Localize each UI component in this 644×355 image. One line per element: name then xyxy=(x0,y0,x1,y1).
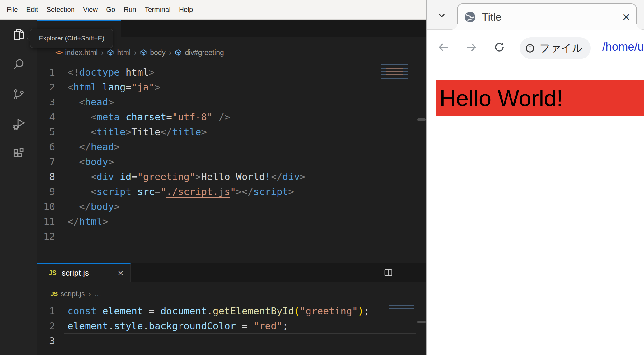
code-line-4[interactable]: 4 <meta charset="utf-8" /> xyxy=(37,109,416,124)
line-number: 1 xyxy=(37,65,55,80)
code-line-2[interactable]: 2<html lang="ja"> xyxy=(37,80,416,95)
breadcrumb-item[interactable]: html xyxy=(117,48,130,57)
html-code-editor[interactable]: 1<!doctype html>2<html lang="ja">3 <head… xyxy=(37,65,416,244)
line-number: 3 xyxy=(37,95,55,109)
minimap[interactable] xyxy=(389,305,414,311)
line-number: 12 xyxy=(37,229,55,244)
code-text: <body> xyxy=(68,154,114,169)
activity-search-button[interactable] xyxy=(0,49,37,79)
js-editor-tab-bar: JS script.js × xyxy=(37,263,426,282)
activity-source-control-button[interactable] xyxy=(0,79,37,109)
code-text: <meta charset="utf-8" /> xyxy=(68,109,230,124)
url-file-chip[interactable]: ファイル xyxy=(520,37,591,59)
url-text[interactable]: /home/u xyxy=(602,40,644,53)
activity-bar xyxy=(0,20,37,355)
line-number: 6 xyxy=(37,139,55,154)
tooltip-text: Explorer (Ctrl+Shift+E) xyxy=(39,35,104,42)
scrollbar-slider[interactable] xyxy=(417,321,426,323)
code-line-12[interactable]: 12 xyxy=(37,229,416,244)
code-text: element.style.backgroundColor = "red"; xyxy=(68,318,288,333)
tab-title: Title xyxy=(482,11,502,23)
browser-tab[interactable]: Title × xyxy=(457,3,637,30)
symbol-cube-icon xyxy=(107,49,114,56)
files-icon xyxy=(12,27,26,42)
menu-bar: FileEditSelectionViewGoRunTerminalHelp xyxy=(0,0,426,20)
symbol-cube-icon xyxy=(175,49,182,56)
menu-item-help[interactable]: Help xyxy=(179,6,193,14)
activity-run-debug-button[interactable] xyxy=(0,109,37,139)
code-line-1[interactable]: 1<!doctype html> xyxy=(37,65,416,80)
code-line-3[interactable]: 3 <head> xyxy=(37,95,416,109)
menu-item-file[interactable]: File xyxy=(7,6,18,14)
menu-item-go[interactable]: Go xyxy=(106,6,115,14)
url-chip-label: ファイル xyxy=(539,41,583,55)
breadcrumb-item[interactable]: index.html xyxy=(65,48,98,57)
menu-item-run[interactable]: Run xyxy=(124,6,136,14)
run-and-debug-icon xyxy=(12,117,26,131)
menu-item-terminal[interactable]: Terminal xyxy=(145,6,170,14)
globe-favicon-icon xyxy=(464,11,476,23)
breadcrumb-separator: › xyxy=(169,48,171,57)
line-number: 2 xyxy=(37,80,55,95)
menu-item-edit[interactable]: Edit xyxy=(26,6,38,14)
line-number: 3 xyxy=(37,333,55,348)
code-text: </head> xyxy=(68,139,120,154)
breadcrumb-item[interactable]: … xyxy=(94,290,101,298)
js-code-editor[interactable]: 1const element = document.getElementById… xyxy=(37,303,416,348)
reload-button[interactable] xyxy=(493,41,506,53)
browser-viewport: Hello World! xyxy=(427,64,644,355)
code-text: <head> xyxy=(68,95,114,109)
explorer-tooltip: Explorer (Ctrl+Shift+E) xyxy=(30,29,113,48)
close-tab-icon[interactable]: × xyxy=(118,268,124,278)
code-text: const element = document.getElementById(… xyxy=(68,303,370,318)
html-file-icon: <> xyxy=(55,49,62,56)
code-line-6[interactable]: 6 </head> xyxy=(37,139,416,154)
breadcrumb-item[interactable]: body xyxy=(150,48,166,57)
js-file-icon: JS xyxy=(50,290,57,297)
info-icon xyxy=(525,43,535,53)
code-line-3[interactable]: 3 xyxy=(37,333,416,348)
extensions-icon xyxy=(12,147,26,161)
code-line-5[interactable]: 5 <title>Title</title> xyxy=(37,124,416,139)
line-number: 9 xyxy=(37,184,55,199)
code-text: </body> xyxy=(68,199,120,214)
line-number: 1 xyxy=(37,303,55,318)
split-editor-icon[interactable] xyxy=(383,268,393,278)
tab-script-js[interactable]: JS script.js × xyxy=(37,263,131,282)
minimap[interactable] xyxy=(381,64,408,80)
code-line-8[interactable]: 8 <div id="greeting">Hello World!</div> xyxy=(37,169,416,184)
tab-label: script.js xyxy=(62,268,89,278)
code-line-9[interactable]: 9 <script src="./script.js"></script> xyxy=(37,184,416,199)
code-text: </html> xyxy=(68,214,108,229)
scrollbar-track xyxy=(416,284,416,355)
code-line-10[interactable]: 10 </body> xyxy=(37,199,416,214)
code-text: <title>Title</title> xyxy=(68,124,207,139)
breadcrumb-separator: › xyxy=(134,48,137,57)
menu-item-view[interactable]: View xyxy=(83,6,98,14)
forward-button[interactable] xyxy=(465,41,478,53)
code-line-11[interactable]: 11</html> xyxy=(37,214,416,229)
menu-item-selection[interactable]: Selection xyxy=(46,6,75,14)
breadcrumb: JSscript.js›… xyxy=(50,282,101,303)
code-line-7[interactable]: 7 <body> xyxy=(37,154,416,169)
symbol-cube-icon xyxy=(140,49,147,56)
browser-toolbar: ファイル /home/u xyxy=(427,30,644,64)
line-number: 10 xyxy=(37,199,55,214)
activity-extensions-button[interactable] xyxy=(0,139,37,169)
code-text: <!doctype html> xyxy=(68,65,155,80)
line-number: 11 xyxy=(37,214,55,229)
code-line-1[interactable]: 1const element = document.getElementById… xyxy=(37,303,416,318)
scrollbar-slider[interactable] xyxy=(417,118,426,121)
close-tab-icon[interactable]: × xyxy=(622,11,630,24)
code-line-2[interactable]: 2element.style.backgroundColor = "red"; xyxy=(37,318,416,333)
breadcrumb-item[interactable]: div#greeting xyxy=(185,48,224,57)
line-number: 8 xyxy=(37,169,55,184)
breadcrumb-item[interactable]: script.js xyxy=(60,290,85,298)
scrollbar-track xyxy=(416,39,416,263)
back-button[interactable] xyxy=(437,41,450,53)
tab-list-chevron-icon[interactable] xyxy=(436,11,447,21)
breadcrumb-separator: › xyxy=(88,289,91,298)
line-number: 7 xyxy=(37,154,55,169)
greeting-div: Hello World! xyxy=(436,80,644,116)
vscode-window: FileEditSelectionViewGoRunTerminalHelp xyxy=(0,0,426,355)
